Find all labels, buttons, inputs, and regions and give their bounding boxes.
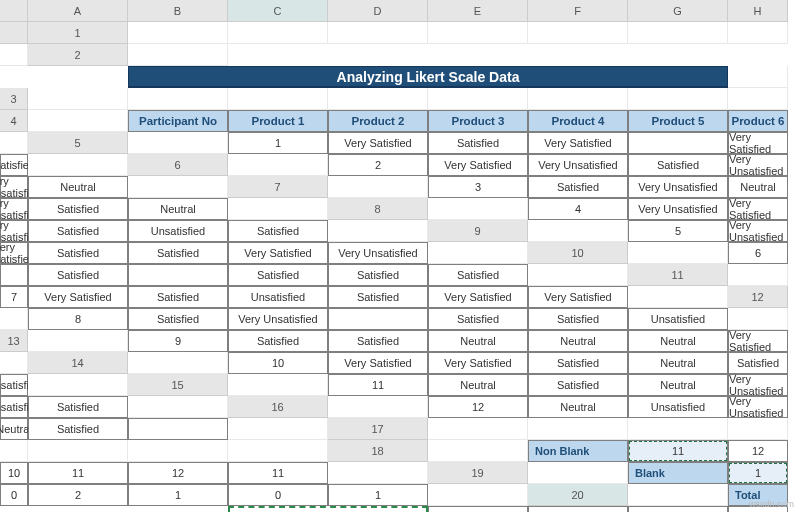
cell[interactable] [0,308,28,330]
data-cell[interactable]: Satisfied [0,154,28,176]
select-all-corner[interactable] [0,0,28,22]
cell[interactable] [428,418,528,440]
cell[interactable] [128,44,228,66]
cell[interactable] [28,374,128,396]
row-header-14[interactable]: 14 [28,352,128,374]
data-cell[interactable]: Very Unsatisfied [728,396,788,418]
cell[interactable] [428,198,528,220]
summary-blank-cell[interactable]: 1 [328,484,428,506]
summary-total-cell[interactable] [428,506,528,512]
row-header-15[interactable]: 15 [128,374,228,396]
data-cell[interactable]: Neutral [428,330,528,352]
cell[interactable] [528,462,628,484]
row-header-12[interactable]: 12 [728,286,788,308]
summary-blank-cell[interactable]: 0 [228,484,328,506]
cell[interactable] [228,440,328,462]
cell[interactable] [428,440,528,462]
col-header-extra[interactable] [0,22,28,44]
cell[interactable] [528,88,628,110]
row-header-19[interactable]: 19 [428,462,528,484]
cell[interactable] [128,176,228,198]
cell[interactable] [228,88,328,110]
cell[interactable] [728,308,788,330]
data-cell[interactable]: Satisfied [228,220,328,242]
cell[interactable] [628,418,728,440]
row-header-20[interactable]: 20 [528,484,628,506]
data-cell[interactable]: Neutral [628,330,728,352]
data-cell[interactable]: Very Satisfied [0,242,28,264]
cell[interactable] [628,22,728,44]
col-header-H[interactable]: H [728,0,788,22]
data-cell[interactable]: Very Unsatisfied [0,198,28,220]
cell[interactable] [0,352,28,374]
cell[interactable] [128,440,228,462]
summary-total-cell[interactable] [628,506,728,512]
col-header-B[interactable]: B [128,0,228,22]
cell[interactable] [28,440,128,462]
data-cell[interactable]: Neutral [728,176,788,198]
data-cell[interactable]: Satisfied [28,242,128,264]
data-cell[interactable]: Neutral [628,352,728,374]
summary-nonblank-cell[interactable]: 11 [28,462,128,484]
cell[interactable] [728,418,788,440]
row-header-18[interactable]: 18 [328,440,428,462]
col-header-A[interactable]: A [28,0,128,22]
data-cell[interactable]: 7 [0,286,28,308]
data-cell[interactable]: Very Unsatisfied [0,176,28,198]
summary-blank-cell[interactable]: 2 [28,484,128,506]
row-header-13[interactable]: 13 [0,330,28,352]
cell[interactable] [128,352,228,374]
data-cell[interactable]: Neutral [0,418,28,440]
data-cell[interactable]: Very Satisfied [428,286,528,308]
cell[interactable] [228,22,328,44]
data-cell[interactable]: Very Satisfied [528,286,628,308]
data-cell[interactable]: Satisfied [528,308,628,330]
cell[interactable] [128,396,228,418]
cell[interactable] [428,88,528,110]
cell[interactable] [428,484,528,506]
data-cell[interactable]: Very Unsatisfied [328,242,428,264]
cell[interactable] [628,88,728,110]
cell[interactable] [428,242,528,264]
data-cell[interactable]: 1 [228,132,328,154]
data-cell[interactable]: Satisfied [228,330,328,352]
cell[interactable] [428,22,528,44]
data-cell[interactable]: Very Unsatisfied [0,220,28,242]
cell[interactable] [628,242,728,264]
cell[interactable] [28,330,128,352]
col-header-C[interactable]: C [228,0,328,22]
data-cell[interactable]: Neutral [528,330,628,352]
data-cell[interactable]: Very Satisfied [528,132,628,154]
summary-blank-cell[interactable]: 1 [728,462,788,484]
data-cell[interactable]: Satisfied [628,154,728,176]
data-cell[interactable]: Satisfied [428,264,528,286]
cell[interactable] [228,374,328,396]
cell[interactable] [328,22,428,44]
data-cell[interactable]: Very Satisfied [228,242,328,264]
data-cell[interactable]: Satisfied [428,308,528,330]
data-cell[interactable]: Satisfied [328,286,428,308]
summary-nonblank-cell[interactable]: 11 [228,462,328,484]
cell[interactable] [228,418,328,440]
data-cell[interactable]: Satisfied [728,352,788,374]
cell[interactable] [28,110,128,132]
cell[interactable] [628,286,728,308]
data-cell[interactable]: Satisfied [128,286,228,308]
data-cell[interactable]: Unsatisfied [628,308,728,330]
cell[interactable] [528,418,628,440]
data-cell[interactable]: 4 [528,198,628,220]
data-cell[interactable] [128,418,228,440]
data-cell[interactable]: Very Unsatisfied [728,220,788,242]
row-header-11[interactable]: 11 [628,264,728,286]
col-header-G[interactable]: G [628,0,728,22]
data-cell[interactable] [0,264,28,286]
cell[interactable] [728,66,788,88]
data-cell[interactable]: Satisfied [28,220,128,242]
data-cell[interactable]: Unsatisfied [228,286,328,308]
cell[interactable] [0,132,28,154]
row-header-17[interactable]: 17 [328,418,428,440]
data-cell[interactable]: Satisfied [428,132,528,154]
row-header-1[interactable]: 1 [28,22,128,44]
data-cell[interactable]: Satisfied [28,264,128,286]
data-cell[interactable]: Very Satisfied [728,330,788,352]
